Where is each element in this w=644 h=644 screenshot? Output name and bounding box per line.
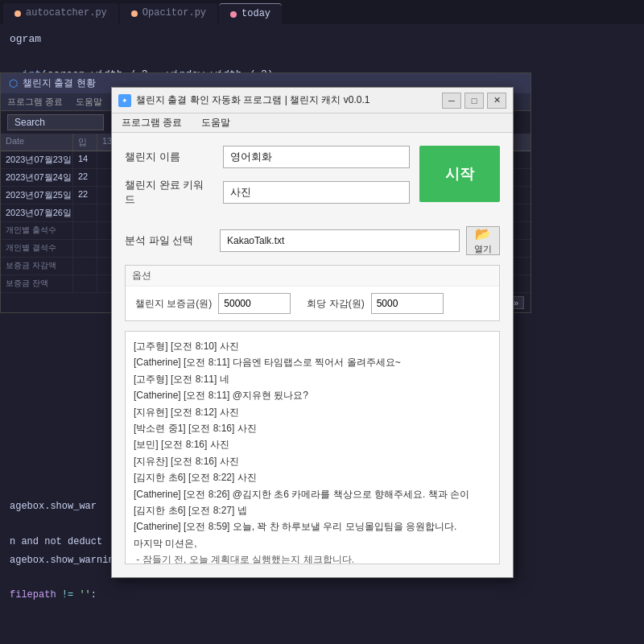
file-open-btn[interactable]: 📂 열기	[466, 226, 500, 255]
chat-area[interactable]: [고주형] [오전 8:10] 사진[Catherine] [오전 8:11] …	[125, 331, 500, 564]
start-button[interactable]: 시작	[419, 146, 500, 202]
challenge-name-input[interactable]	[223, 146, 410, 168]
chat-line: [박소련 중1] [오전 8:16] 사진	[134, 420, 491, 436]
file-select-label: 분석 파일 선택	[125, 233, 213, 248]
top-form-area: 챌린지 이름 챌린지 완료 키워드 시작	[125, 146, 500, 217]
options-inner: 챌린지 보증금(원) 회당 자감(원)	[126, 287, 499, 320]
modal-maximize-btn[interactable]: □	[464, 93, 484, 109]
modal-controls: ─ □ ✕	[442, 93, 506, 109]
tab-opacitor[interactable]: Opacitor.py	[120, 3, 217, 24]
code-line-2	[0, 48, 644, 66]
chat-line: [지유현] [오전 8:12] 사진	[134, 404, 491, 420]
toolbar-item-help[interactable]: 도움말	[76, 96, 102, 108]
challenge-keyword-row: 챌린지 완료 키워드	[125, 178, 410, 207]
per-label: 회당 자감(원)	[307, 297, 364, 311]
main-modal: ✦ 챌린지 출결 확인 자동화 프로그램 | 챌린지 캐치 v0.0.1 ─ □…	[111, 87, 514, 578]
tab-today[interactable]: today	[219, 3, 282, 24]
tab-dot-autocatcher	[14, 10, 21, 17]
challenge-keyword-input[interactable]	[223, 181, 410, 204]
modal-titlebar: ✦ 챌린지 출결 확인 자동화 프로그램 | 챌린지 캐치 v0.0.1 ─ □…	[112, 88, 513, 114]
chat-line: - 잠들기 전, 오늘 계획대로 실행했는지 체크합니다.	[134, 551, 491, 564]
attendance-icon: ⬡	[9, 77, 18, 89]
filepath-line: filepath != '' :	[0, 586, 644, 604]
code-line-1: ogram	[0, 31, 644, 48]
modal-body: 챌린지 이름 챌린지 완료 키워드 시작 분석 파일 선택 📂	[112, 133, 513, 577]
per-option: 회당 자감(원)	[307, 293, 443, 314]
deposit-option: 챌린지 보증금(원)	[135, 293, 291, 314]
options-group: 옵션 챌린지 보증금(원) 회당 자감(원)	[125, 265, 500, 321]
chat-line: [고주형] [오전 8:11] 네	[134, 371, 491, 387]
chat-line: [Catherine] [오전 8:11] @지유현 됬나요?	[134, 387, 491, 403]
chat-line: [지유찬] [오전 8:16] 사진	[134, 453, 491, 469]
modal-title-left: ✦ 챌린지 출결 확인 자동화 프로그램 | 챌린지 캐치 v0.0.1	[118, 93, 369, 107]
deposit-input[interactable]	[218, 293, 291, 314]
tab-dot-today	[230, 11, 237, 18]
chat-line: [고주형] [오전 8:10] 사진	[134, 338, 491, 354]
modal-title-icon: ✦	[118, 94, 131, 107]
search-input[interactable]	[7, 114, 104, 130]
modal-close-btn[interactable]: ✕	[487, 93, 506, 109]
file-input[interactable]	[220, 229, 460, 252]
tab-dot-opacitor	[131, 10, 138, 17]
left-form: 챌린지 이름 챌린지 완료 키워드	[125, 146, 410, 217]
chat-line: [김지한 초6] [오전 8:27] 넵	[134, 502, 491, 518]
chat-line: [Catherine] [오전 8:59] 오늘, 꽉 찬 하루보낼 우리 모닝…	[134, 518, 491, 535]
modal-menubar: 프로그램 종료 도움말	[112, 114, 513, 133]
challenge-name-row: 챌린지 이름	[125, 146, 410, 168]
challenge-name-label: 챌린지 이름	[125, 150, 213, 164]
menu-item-exit[interactable]: 프로그램 종료	[118, 114, 185, 131]
file-icon: 📂	[475, 226, 491, 243]
col-date: Date	[1, 134, 73, 151]
deposit-label: 챌린지 보증금(원)	[135, 297, 212, 311]
file-select-row: 분석 파일 선택 📂 열기	[125, 226, 500, 255]
per-input[interactable]	[371, 293, 444, 314]
chat-line: 마지막 미션은,	[134, 535, 491, 551]
modal-title-text: 챌린지 출결 확인 자동화 프로그램 | 챌린지 캐치 v0.0.1	[136, 93, 369, 107]
modal-minimize-btn[interactable]: ─	[442, 93, 461, 109]
toolbar-item-exit[interactable]: 프로그램 종료	[7, 96, 63, 108]
chat-line: [보민] [오전 8:16] 사진	[134, 436, 491, 452]
col-in: 입	[73, 134, 97, 151]
chat-line: [김지한 초6] [오전 8:22] 사진	[134, 469, 491, 485]
challenge-keyword-label: 챌린지 완료 키워드	[125, 178, 213, 207]
menu-item-help[interactable]: 도움말	[198, 114, 233, 131]
options-legend: 옵션	[126, 266, 499, 287]
tab-autocatcher[interactable]: autocatcher.py	[3, 3, 118, 24]
chat-line: [Catherine] [오전 8:11] 다음엔 타임랩스로 찍어서 올려주세…	[134, 354, 491, 370]
tab-bar: autocatcher.py Opacitor.py today	[0, 0, 644, 24]
chat-line: [Catherine] [오전 8:26] @김지한 초6 카메라를 책상으로 …	[134, 486, 491, 502]
